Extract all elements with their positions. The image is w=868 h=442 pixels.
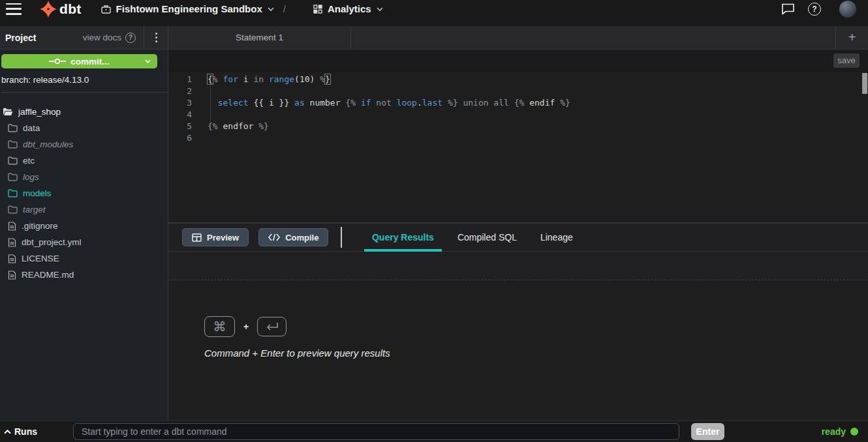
account-switcher[interactable]: Fishtown Engineering Sandbox: [101, 3, 274, 14]
top-bar: dbt Fishtown Engineering Sandbox / Analy…: [0, 0, 868, 26]
code-content[interactable]: {% for i in range(10) %} select {{ i }} …: [192, 72, 570, 222]
sidebar-item-gitignore[interactable]: .gitignore: [0, 218, 168, 234]
tree-item-label: etc: [23, 156, 35, 166]
folder-open-icon: [3, 108, 13, 116]
folder-icon: [8, 140, 18, 149]
project-switcher[interactable]: Analytics: [313, 3, 383, 14]
command-key-icon: ⌘: [204, 316, 235, 337]
view-docs-help-icon: ?: [125, 33, 136, 43]
tab-query-results[interactable]: Query Results: [364, 224, 442, 251]
preview-button[interactable]: Preview: [182, 228, 249, 246]
file-icon: [8, 222, 16, 231]
sidebar-item-etc[interactable]: etc: [0, 153, 168, 169]
folder-icon: [8, 205, 18, 214]
tree-item-label: target: [23, 205, 46, 214]
hamburger-menu-icon[interactable]: [6, 3, 22, 15]
runs-label: Runs: [14, 426, 37, 437]
view-docs-label: view docs: [83, 33, 121, 42]
tab-compiled-sql[interactable]: Compiled SQL: [450, 224, 525, 251]
results-panel: ⌘ + Command + Enter to preview query res…: [168, 280, 868, 420]
enter-key-icon: [257, 317, 287, 336]
dbt-logo: dbt: [40, 1, 82, 18]
code-brackets-icon: [268, 233, 280, 241]
toolbar-divider: [341, 227, 342, 248]
line-number: 6: [168, 132, 192, 144]
chevron-down-icon: [145, 59, 151, 63]
project-name: Analytics: [328, 3, 371, 14]
line-number-gutter: 123456: [168, 72, 192, 222]
code-editor[interactable]: 123456 {% for i in range(10) %} select {…: [168, 72, 868, 222]
code-line-2[interactable]: [208, 85, 570, 97]
sidebar-item-jaffle-shop[interactable]: jaffle_shop: [0, 104, 168, 120]
table-icon: [192, 233, 202, 242]
tab-statement-1[interactable]: Statement 1: [168, 26, 351, 49]
tree-item-label: dbt_project.yml: [22, 237, 82, 247]
sidebar-item-data[interactable]: data: [0, 120, 168, 136]
editor-tab-bar: Statement 1 +: [168, 26, 868, 50]
shortcut-hint-text: Command + Enter to preview query results: [204, 347, 390, 359]
folder-icon: [8, 156, 18, 165]
folder-icon: [8, 189, 18, 198]
tree-item-label: .gitignore: [22, 221, 58, 231]
editor-scrollbar[interactable]: [862, 73, 867, 94]
tree-item-label: models: [23, 188, 52, 198]
tree-item-label: data: [23, 123, 40, 133]
compile-button[interactable]: Compile: [258, 228, 328, 246]
status-bar: Runs Enter ready: [0, 420, 868, 442]
line-number: 1: [168, 74, 192, 85]
sidebar-item-license[interactable]: LICENSE: [0, 250, 168, 267]
commit-button[interactable]: commit...: [1, 54, 157, 68]
sidebar-item-models[interactable]: models: [0, 185, 168, 201]
connection-status: ready: [822, 426, 858, 437]
kebab-menu-icon[interactable]: [144, 33, 168, 42]
sidebar-item-target[interactable]: target: [0, 201, 168, 218]
tab-lineage[interactable]: Lineage: [533, 224, 581, 251]
code-line-6[interactable]: [208, 132, 570, 144]
results-tabs: Query ResultsCompiled SQLLineage: [360, 224, 585, 251]
code-line-1[interactable]: {% for i in range(10) %}: [208, 74, 570, 85]
tree-item-label: README.md: [22, 270, 74, 280]
help-icon[interactable]: ?: [808, 3, 821, 16]
sidebar-item-dbt-project-yml[interactable]: dbt_project.yml: [0, 234, 168, 250]
status-dot-icon: [850, 428, 858, 435]
chevron-up-icon: [4, 430, 11, 434]
folder-icon: [8, 173, 18, 181]
sidebar-header: Project view docs ?: [0, 26, 168, 50]
dbt-ide-app: dbt Fishtown Engineering Sandbox / Analy…: [0, 0, 868, 442]
commit-node-icon: [49, 58, 66, 65]
tree-item-label: logs: [23, 172, 39, 182]
grid-icon: [313, 5, 322, 14]
compile-label: Compile: [285, 233, 318, 243]
editor-toolbar: save: [168, 50, 868, 72]
chat-icon[interactable]: [781, 3, 795, 15]
chevron-down-icon: [377, 7, 383, 11]
new-tab-button[interactable]: +: [835, 26, 868, 49]
preview-label: Preview: [207, 233, 239, 243]
chevron-down-icon: [268, 7, 274, 11]
tree-item-label: dbt_modules: [23, 140, 73, 149]
line-number: 4: [168, 109, 192, 121]
code-line-4[interactable]: [208, 109, 570, 121]
sidebar-title: Project: [5, 33, 36, 43]
code-line-5[interactable]: {% endfor %}: [208, 121, 570, 132]
status-label: ready: [822, 426, 846, 437]
view-docs-link[interactable]: view docs ?: [83, 33, 144, 43]
commit-label: commit...: [70, 57, 109, 66]
file-tree: jaffle_shopdatadbt_modulesetclogsmodelst…: [0, 104, 168, 283]
sidebar-item-readme-md[interactable]: README.md: [0, 267, 168, 283]
user-avatar[interactable]: [839, 1, 856, 18]
results-subheader: [168, 252, 868, 280]
sidebar-item-dbt-modules[interactable]: dbt_modules: [0, 136, 168, 153]
runs-toggle[interactable]: Runs: [4, 426, 37, 437]
sidebar-item-logs[interactable]: logs: [0, 169, 168, 185]
file-icon: [8, 271, 16, 280]
briefcase-icon: [101, 5, 111, 14]
enter-button[interactable]: Enter: [691, 423, 724, 440]
save-button[interactable]: save: [833, 53, 860, 68]
code-line-3[interactable]: select {{ i }} as number {% if not loop.…: [208, 97, 570, 109]
shortcut-hint: ⌘ + Command + Enter to preview query res…: [204, 316, 390, 359]
plus-separator: +: [243, 321, 249, 332]
folder-icon: [8, 124, 18, 132]
dbt-command-input[interactable]: [73, 423, 679, 440]
indent-guide: [210, 85, 211, 121]
